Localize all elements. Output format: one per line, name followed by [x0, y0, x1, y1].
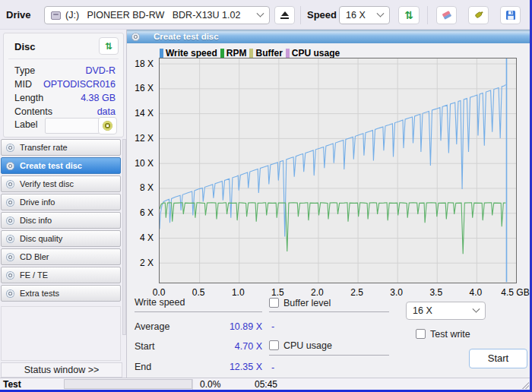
legend-swatch	[286, 49, 290, 58]
legend-item-rpm: RPM	[220, 48, 247, 58]
start-button[interactable]: Start	[469, 349, 527, 368]
write-label-button[interactable]	[98, 117, 117, 134]
write-speed-select-value: 16 X	[413, 305, 432, 316]
marker-pen-button[interactable]	[468, 6, 489, 24]
status-bar: Test completed 0.0% 05:45	[0, 378, 530, 390]
chart-y-axis-labels: 18 X16 X14 X12 X10 X8 X6 X4 X2 X	[127, 58, 155, 283]
app-window: Drive (J:) PIONEER BD-RW BDR-X13U 1.02 S…	[0, 0, 532, 392]
legend-swatch	[249, 49, 253, 58]
divider	[269, 355, 389, 356]
average-value: 10.89 X	[230, 321, 262, 332]
results-title: Write speed	[135, 297, 185, 308]
result-row-start: Start 4.70 X	[135, 341, 262, 353]
toolbar-divider	[300, 6, 301, 24]
y-tick-label: 16 X	[135, 83, 154, 93]
disc-icon	[6, 198, 14, 207]
divider	[269, 311, 389, 312]
disc-mid-value: OPTODISCR016	[43, 79, 116, 90]
menu-item-create-test-disc[interactable]: Create test disc	[1, 157, 121, 174]
y-tick-label: 2 X	[140, 258, 154, 268]
result-row-average: Average 10.89 X	[135, 321, 262, 334]
disc-row-type: Type DVD-R	[14, 65, 116, 77]
cpu-usage-checkbox[interactable]	[269, 340, 279, 350]
refresh-disc-button[interactable]: ⇅	[99, 37, 119, 55]
chart-plot	[159, 58, 517, 283]
drive-select-value: (J:) PIONEER BD-RW BDR-X13U 1.02	[65, 10, 240, 21]
refresh-speed-button[interactable]: ⇅	[398, 6, 420, 24]
x-tick-label: 4.5 GB	[496, 287, 532, 298]
menu-item-verify-test-disc[interactable]: Verify test disc	[1, 175, 121, 192]
resize-grip-icon[interactable]	[521, 381, 529, 389]
menu-item-disc-quality[interactable]: Disc quality	[1, 230, 121, 247]
disc-row-length: Length 4.38 GB	[14, 93, 116, 105]
status-window-button[interactable]: Status window >>	[1, 362, 122, 378]
test-menu: Transfer rate Create test disc Verify te…	[1, 139, 122, 303]
end-value: 12.35 X	[230, 362, 262, 372]
disc-icon	[6, 271, 14, 280]
menu-item-fe-te[interactable]: FE / TE	[1, 267, 121, 283]
speed-select-value: 16 X	[346, 10, 366, 21]
disc-icon	[6, 144, 14, 152]
save-button[interactable]	[500, 6, 521, 24]
y-tick-label: 18 X	[135, 58, 154, 69]
x-tick-label: 1.5	[258, 287, 296, 298]
speed-label: Speed	[307, 9, 337, 21]
test-write-checkbox[interactable]	[416, 329, 426, 339]
disc-panel-title: Disc	[14, 41, 35, 52]
eject-icon	[281, 11, 289, 16]
legend-item-write-speed: Write speed	[160, 48, 217, 58]
disc-icon	[6, 217, 14, 225]
disc-icon	[6, 289, 14, 298]
y-tick-label: 6 X	[140, 207, 154, 218]
y-tick-label: 4 X	[140, 232, 154, 243]
y-tick-label: 14 X	[135, 108, 154, 119]
x-tick-label: 2.0	[298, 287, 336, 298]
refresh-arrows-icon: ⇅	[105, 42, 112, 51]
result-row-end: End 12.35 X	[135, 362, 262, 374]
toolbar: Drive (J:) PIONEER BD-RW BDR-X13U 1.02 S…	[0, 0, 530, 30]
sidebar-filler	[1, 306, 121, 361]
disc-info-panel: Disc ⇅ Type DVD-R MID OPTODISCR016 Lengt…	[3, 33, 124, 138]
disc-icon	[6, 180, 14, 188]
speed-select[interactable]: 16 X	[339, 6, 390, 24]
disc-icon	[6, 162, 14, 170]
erase-disc-button[interactable]	[436, 6, 457, 24]
x-tick-label: 0.0	[140, 287, 178, 298]
elapsed-time: 05:45	[251, 379, 334, 390]
chevron-down-icon	[377, 9, 385, 17]
chevron-down-icon	[473, 305, 480, 312]
divider	[8, 58, 119, 59]
buffer-level-value: -	[271, 321, 274, 332]
progress-bar	[64, 379, 192, 389]
panel-title-bar: Create test disc	[127, 30, 530, 43]
disc-label-row: Label	[14, 119, 119, 136]
menu-item-cd-bler[interactable]: CD Bler	[1, 248, 121, 265]
save-floppy-icon	[505, 10, 516, 21]
cpu-usage-value: -	[271, 362, 274, 373]
main-panel: Create test disc Write speed RPM Buffer …	[126, 30, 530, 378]
x-tick-label: 3.5	[417, 287, 455, 298]
disc-contents-value: data	[97, 106, 116, 117]
y-tick-label: 12 X	[135, 133, 154, 144]
label-field-label: Label	[14, 119, 38, 130]
menu-item-extra-tests[interactable]: Extra tests	[1, 285, 121, 302]
eject-button[interactable]	[274, 6, 295, 24]
menu-item-disc-info[interactable]: Disc info	[1, 212, 121, 229]
menu-item-drive-info[interactable]: Drive info	[1, 194, 121, 210]
start-value: 4.70 X	[235, 341, 262, 352]
status-text: Test completed	[2, 379, 62, 392]
drive-select[interactable]: (J:) PIONEER BD-RW BDR-X13U 1.02	[44, 6, 270, 24]
legend-item-buffer: Buffer	[249, 48, 282, 58]
label-input[interactable]	[45, 118, 100, 134]
disc-icon	[6, 235, 14, 243]
menu-item-transfer-rate[interactable]: Transfer rate	[1, 139, 121, 156]
disc-icon	[131, 33, 140, 41]
y-tick-label: 8 X	[140, 182, 154, 193]
x-tick-label: 1.0	[219, 287, 257, 298]
refresh-arrows-icon: ⇅	[404, 10, 413, 21]
write-speed-select[interactable]: 16 X	[406, 302, 486, 320]
legend-swatch	[160, 49, 163, 58]
buffer-level-checkbox[interactable]	[269, 298, 279, 308]
y-tick-label: 10 X	[135, 158, 154, 169]
buffer-level-option: Buffer level	[269, 298, 331, 308]
